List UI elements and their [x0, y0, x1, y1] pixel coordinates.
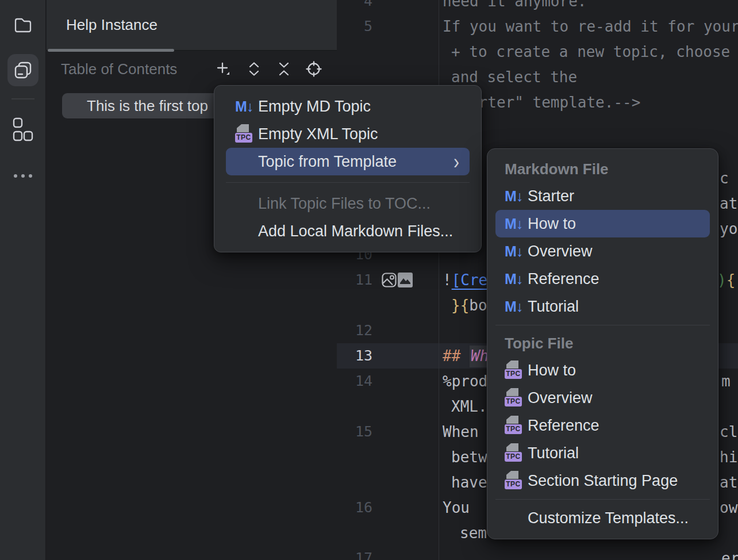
collapse-all-icon[interactable] [274, 59, 294, 79]
topic-file-icon: TPC [505, 443, 521, 463]
menu-item-topic-from-template[interactable]: Topic from Template › [226, 148, 470, 175]
code-line-sliver: ow [720, 495, 737, 520]
code-line-sliver: c [720, 166, 729, 191]
code-line-sliver: er [721, 546, 738, 560]
line-number: 12 [337, 318, 372, 343]
markdown-file-icon: M↓ [505, 216, 521, 232]
image-preview-icon[interactable] [398, 273, 413, 287]
expand-all-icon[interactable] [244, 59, 264, 79]
line-number: 16 [337, 495, 372, 520]
code-line: have [451, 470, 487, 495]
line-number: 5 [337, 14, 372, 39]
submenu-item-tpc-reference[interactable]: TPC Reference [495, 412, 710, 439]
submenu-item-md-tutorial[interactable]: M↓ Tutorial [495, 293, 710, 320]
submenu-item-tpc-overview[interactable]: TPC Overview [495, 384, 710, 412]
menu-item-link-topic-files: Link Topic Files to TOC... [226, 190, 470, 217]
line-number-current: 13 [337, 343, 372, 369]
markdown-file-icon: M↓ [505, 298, 521, 315]
code-line: need it anymore. [443, 0, 586, 14]
code-line: If you want to re-add it for your [443, 14, 738, 39]
toc-tree-item[interactable]: This is the first top [62, 93, 224, 118]
line-number: 4 [337, 0, 372, 14]
line-number: 11 [337, 267, 372, 293]
code-line: You [443, 495, 470, 520]
activity-bar [0, 0, 46, 560]
submenu-section-header: Markdown File [495, 156, 710, 182]
topic-file-icon: TPC [505, 471, 521, 490]
code-line-sliver: at [720, 191, 737, 216]
submenu-arrow-icon: › [453, 151, 459, 172]
ide-window: 4 5 10 11 12 13 14 15 16 17 need it anym… [0, 0, 738, 560]
markdown-link: [Cre [452, 271, 488, 289]
code-line: + to create a new topic, choose [451, 39, 738, 64]
code-line: When [443, 419, 479, 444]
code-line: ![Cre [443, 267, 487, 293]
active-tab-underline [48, 49, 174, 52]
code-line-sliver: m [721, 369, 731, 394]
submenu-item-md-overview[interactable]: M↓ Overview [495, 237, 710, 265]
image-outline-icon[interactable] [381, 272, 397, 288]
submenu-item-tpc-section-starting-page[interactable]: TPC Section Starting Page [495, 467, 710, 494]
toc-tool-window: Help Instance Table of Contents [47, 0, 337, 560]
line-number: 15 [337, 419, 372, 444]
locate-target-icon[interactable] [303, 59, 324, 79]
topic-file-icon: TPC [505, 416, 521, 435]
line-number: 17 [337, 546, 372, 560]
template-submenu: Markdown File M↓ Starter M↓ How to M↓ Ov… [487, 148, 718, 539]
markdown-file-icon: M↓ [235, 98, 251, 115]
code-line: sem [460, 520, 487, 546]
add-topic-context-menu: M↓ Empty MD Topic TPC Empty XML Topic To… [214, 85, 482, 252]
code-line: XML. [451, 394, 487, 419]
code-line-heading: ## Wh [443, 343, 491, 369]
submenu-section-header: Topic File [495, 330, 710, 356]
code-line-sliver: yo [720, 216, 737, 241]
toc-tree-item-label: This is the first top [87, 93, 208, 118]
menu-separator [495, 499, 710, 500]
submenu-item-tpc-how-to[interactable]: TPC How to [495, 356, 710, 384]
panel-title: Table of Contents [61, 56, 177, 82]
markdown-file-icon: M↓ [505, 188, 521, 205]
code-line-sliver: ){ [717, 267, 735, 293]
line-number: 14 [337, 369, 372, 394]
menu-separator [495, 325, 710, 325]
menu-item-empty-md-topic[interactable]: M↓ Empty MD Topic [226, 93, 470, 120]
instances-icon[interactable] [13, 60, 33, 80]
tool-window-header: Help Instance [47, 0, 337, 51]
code-line: betw [451, 444, 487, 470]
menu-item-empty-xml-topic[interactable]: TPC Empty XML Topic [226, 120, 470, 148]
topic-file-icon: TPC [505, 388, 521, 408]
gutter-separator [439, 0, 439, 560]
project-folder-icon[interactable] [13, 15, 33, 36]
code-line: }{bo [451, 293, 487, 318]
submenu-item-tpc-tutorial[interactable]: TPC Tutorial [495, 439, 710, 467]
code-line-sliver: cl [720, 419, 737, 444]
submenu-item-customize-templates[interactable]: Customize Templates... [495, 504, 710, 532]
markdown-file-icon: M↓ [505, 271, 521, 287]
tool-window-title: Help Instance [66, 0, 157, 49]
submenu-item-md-starter[interactable]: M↓ Starter [495, 182, 710, 210]
submenu-item-md-reference[interactable]: M↓ Reference [495, 265, 710, 293]
markdown-file-icon: M↓ [505, 243, 521, 260]
activity-divider [11, 98, 34, 99]
menu-item-add-local-markdown[interactable]: Add Local Markdown Files... [226, 217, 470, 245]
topic-file-icon: TPC [235, 124, 251, 144]
more-icon[interactable] [11, 170, 34, 182]
menu-separator [226, 182, 470, 183]
structure-icon[interactable] [13, 117, 33, 141]
code-line: %prod [443, 369, 487, 394]
code-line-sliver: hi [720, 444, 737, 470]
add-topic-button[interactable] [213, 59, 234, 79]
code-line-sliver: at [720, 470, 737, 495]
submenu-item-md-how-to[interactable]: M↓ How to [495, 210, 710, 237]
topic-file-icon: TPC [505, 360, 521, 380]
